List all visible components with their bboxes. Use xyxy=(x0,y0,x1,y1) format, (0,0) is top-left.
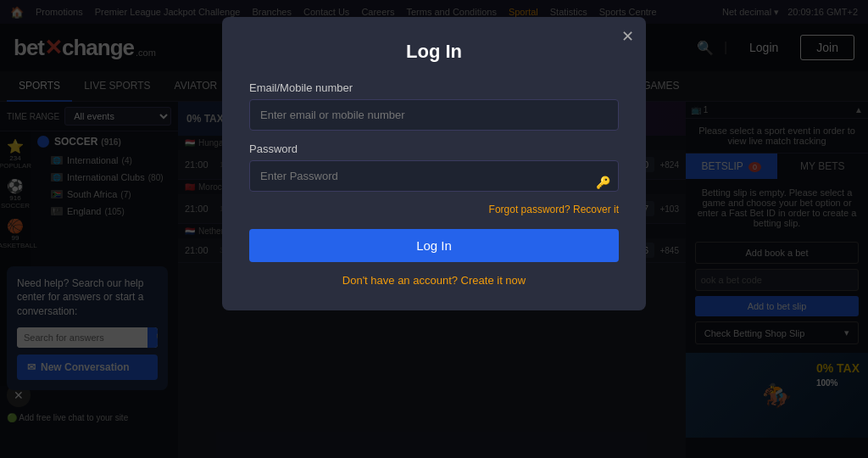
email-input[interactable] xyxy=(249,99,619,131)
password-toggle-icon[interactable]: 🔑 xyxy=(596,176,610,189)
create-account-row: Don't have an account? Create it now xyxy=(249,274,619,287)
forgot-row: Forgot password? Recover it xyxy=(249,204,619,215)
modal-overlay: ✕ Log In Email/Mobile number Password 🔑 … xyxy=(0,0,868,458)
modal-title: Log In xyxy=(249,41,619,63)
password-input[interactable] xyxy=(249,160,619,192)
no-account-text: Don't have an account? xyxy=(342,274,458,287)
email-label: Email/Mobile number xyxy=(249,81,619,94)
modal-close-button[interactable]: ✕ xyxy=(621,27,634,46)
recover-link[interactable]: Recover it xyxy=(573,204,619,215)
create-account-link[interactable]: Create it now xyxy=(461,274,526,287)
password-label: Password xyxy=(249,142,619,155)
login-modal: ✕ Log In Email/Mobile number Password 🔑 … xyxy=(222,17,646,310)
forgot-text: Forgot password? xyxy=(489,204,570,215)
password-wrap: 🔑 xyxy=(249,160,619,204)
login-submit-button[interactable]: Log In xyxy=(249,229,619,262)
